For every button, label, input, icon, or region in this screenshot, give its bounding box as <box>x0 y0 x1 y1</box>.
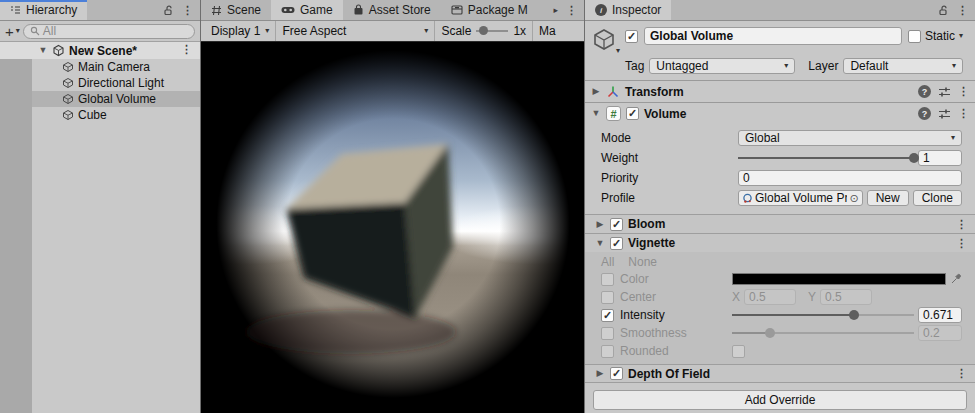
tag-dropdown[interactable]: Untagged ▾ <box>649 58 795 74</box>
foldout-open-icon[interactable]: ▼ <box>38 46 48 55</box>
center-y-field[interactable]: 0.5 <box>820 289 872 305</box>
hierarchy-gutter <box>0 59 32 413</box>
scene-row[interactable]: ▼ New Scene* ⋮ <box>0 42 200 59</box>
chevron-down-icon: ▾ <box>16 27 20 35</box>
tree-item-directional-light[interactable]: Directional Light <box>32 75 200 91</box>
all-link[interactable]: All <box>601 255 614 269</box>
scale-slider[interactable] <box>476 24 508 38</box>
add-gameobject-button[interactable]: + ▾ <box>5 23 20 40</box>
intensity-value-field[interactable]: 0.671 <box>918 307 962 323</box>
slider-fill <box>732 314 854 316</box>
priority-field[interactable]: 0 <box>738 170 962 186</box>
unlock-icon[interactable] <box>938 5 949 16</box>
package-icon <box>451 5 463 15</box>
tag-label: Tag <box>625 59 644 73</box>
help-icon[interactable]: ? <box>918 107 931 120</box>
add-override-button[interactable]: Add Override <box>593 390 967 410</box>
game-kebab-icon[interactable]: ⋮ <box>566 5 577 16</box>
bloom-enabled-checkbox[interactable] <box>610 218 623 231</box>
smoothness-slider[interactable] <box>732 325 914 341</box>
none-link[interactable]: None <box>628 255 657 269</box>
smoothness-value-field[interactable]: 0.2 <box>918 325 962 341</box>
mode-dropdown[interactable]: Global ▾ <box>738 130 962 146</box>
transform-kebab-icon[interactable]: ⋮ <box>958 86 969 97</box>
center-x-field[interactable]: 0.5 <box>744 289 796 305</box>
aspect-dropdown[interactable]: Free Aspect ▾ <box>276 21 434 41</box>
tab-overflow-arrow-icon[interactable]: ▸ <box>553 5 558 15</box>
dof-enabled-checkbox[interactable] <box>610 367 623 380</box>
foldout-closed-icon[interactable]: ▶ <box>591 87 601 96</box>
foldout-open-icon[interactable]: ▼ <box>591 109 601 118</box>
center-override-checkbox[interactable] <box>601 291 614 304</box>
slider-knob[interactable] <box>909 153 919 163</box>
help-icon[interactable]: ? <box>918 85 931 98</box>
unity-editor-window: Hierarchy ⋮ + ▾ All <box>0 0 975 413</box>
rounded-override-checkbox[interactable] <box>601 345 614 358</box>
rounded-row: Rounded <box>585 342 975 360</box>
static-chevron-icon[interactable]: ▾ <box>959 32 963 40</box>
weight-value-field[interactable]: 1 <box>918 150 962 166</box>
tab-inspector[interactable]: i Inspector <box>585 0 671 20</box>
volume-kebab-icon[interactable]: ⋮ <box>958 108 969 119</box>
hierarchy-tab-actions: ⋮ <box>156 0 200 20</box>
depth-of-field-header[interactable]: ▶ Depth Of Field ⋮ <box>585 364 975 383</box>
hierarchy-search-input[interactable]: All <box>23 24 195 39</box>
volume-enabled-checkbox[interactable] <box>626 107 639 120</box>
slider-knob[interactable] <box>765 328 775 338</box>
hierarchy-kebab-icon[interactable]: ⋮ <box>182 5 193 16</box>
transform-icon <box>606 85 620 99</box>
tree-item-global-volume[interactable]: Global Volume <box>32 91 200 107</box>
tab-asset-store[interactable]: Asset Store <box>343 0 441 20</box>
vignette-header[interactable]: ▼ Vignette ⋮ <box>585 233 975 252</box>
intensity-row: Intensity 0.671 <box>585 306 975 324</box>
gameobject-name-field[interactable]: Global Volume <box>644 27 902 45</box>
vignette-kebab-icon[interactable]: ⋮ <box>956 238 967 249</box>
intensity-slider[interactable] <box>732 307 914 323</box>
object-picker-icon[interactable]: ⊙ <box>849 192 858 205</box>
rounded-value-checkbox[interactable] <box>732 345 745 358</box>
vignette-enabled-checkbox[interactable] <box>610 237 623 250</box>
tab-game[interactable]: Game <box>271 0 343 20</box>
slider-knob[interactable] <box>849 310 859 320</box>
layer-dropdown[interactable]: Default ▾ <box>843 58 963 74</box>
unlock-icon[interactable] <box>163 5 174 16</box>
scene-kebab-icon[interactable]: ⋮ <box>181 44 192 55</box>
foldout-open-icon[interactable]: ▼ <box>595 239 605 248</box>
active-checkbox[interactable] <box>625 30 638 43</box>
maximize-toggle-clipped[interactable]: Ma <box>533 21 562 41</box>
eyedropper-icon[interactable] <box>950 273 962 285</box>
tab-scene[interactable]: Scene <box>201 0 271 20</box>
tree-item-main-camera[interactable]: Main Camera <box>32 59 200 75</box>
tab-package-manager[interactable]: Package M <box>441 0 538 20</box>
priority-label: Priority <box>601 171 738 185</box>
new-profile-button[interactable]: New <box>867 190 909 206</box>
clone-profile-button[interactable]: Clone <box>913 190 962 206</box>
volume-header[interactable]: ▼ # Volume ? ⋮ <box>585 102 975 124</box>
hierarchy-panel: Hierarchy ⋮ + ▾ All <box>0 0 201 413</box>
color-override-checkbox[interactable] <box>601 273 614 286</box>
game-panel: Scene Game Asset Store Package M <box>201 0 585 413</box>
dof-kebab-icon[interactable]: ⋮ <box>956 368 967 379</box>
bloom-header[interactable]: ▶ Bloom ⋮ <box>585 214 975 233</box>
inspector-kebab-icon[interactable]: ⋮ <box>957 5 968 16</box>
presets-icon[interactable] <box>938 86 951 98</box>
tab-hierarchy[interactable]: Hierarchy <box>0 0 87 20</box>
priority-value: 0 <box>743 171 750 185</box>
foldout-closed-icon[interactable]: ▶ <box>595 369 605 378</box>
color-swatch[interactable] <box>732 273 946 285</box>
display-dropdown[interactable]: Display 1 ▾ <box>205 21 275 41</box>
weight-label: Weight <box>601 151 738 165</box>
gameobject-cube-icon[interactable]: ▾ <box>591 27 619 53</box>
foldout-closed-icon[interactable]: ▶ <box>595 220 605 229</box>
presets-icon[interactable] <box>938 108 951 120</box>
tree-item-cube[interactable]: Cube <box>32 107 200 123</box>
slider-knob[interactable] <box>479 26 488 35</box>
bloom-kebab-icon[interactable]: ⋮ <box>956 219 967 230</box>
static-checkbox[interactable] <box>908 30 921 43</box>
transform-header[interactable]: ▶ Transform ? ⋮ <box>585 80 975 102</box>
smoothness-override-checkbox[interactable] <box>601 327 614 340</box>
weight-slider[interactable] <box>738 150 914 166</box>
inspector-tabbar: i Inspector ⋮ <box>585 0 975 21</box>
profile-object-field[interactable]: Global Volume Prof ⊙ <box>738 190 863 206</box>
intensity-override-checkbox[interactable] <box>601 309 614 322</box>
